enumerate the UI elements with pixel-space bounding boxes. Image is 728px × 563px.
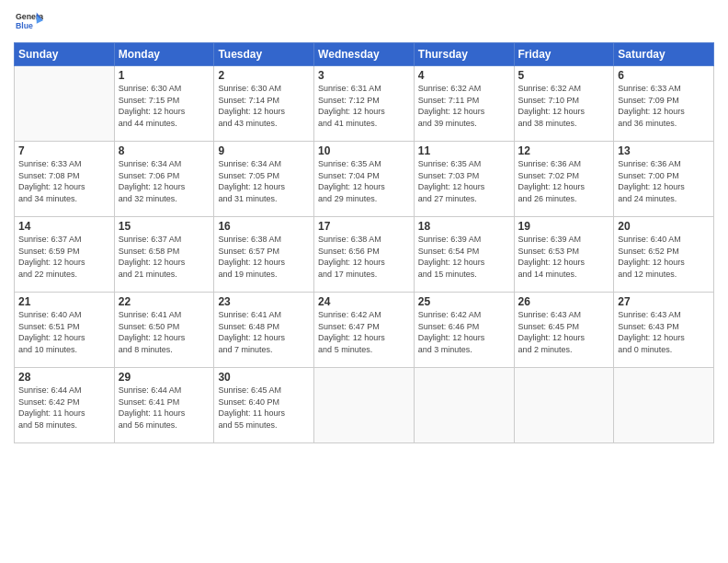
weekday-header-thursday: Thursday: [414, 43, 514, 66]
calendar-cell: 30Sunrise: 6:45 AM Sunset: 6:40 PM Dayli…: [214, 368, 314, 443]
day-number: 12: [518, 144, 610, 157]
day-info: Sunrise: 6:34 AM Sunset: 7:06 PM Dayligh…: [119, 158, 210, 204]
day-info: Sunrise: 6:37 AM Sunset: 6:59 PM Dayligh…: [18, 234, 110, 280]
calendar-cell: 13Sunrise: 6:36 AM Sunset: 7:00 PM Dayli…: [614, 142, 714, 217]
day-number: 25: [418, 295, 510, 308]
day-number: 20: [618, 220, 710, 233]
day-number: 4: [418, 69, 510, 82]
weekday-header-saturday: Saturday: [614, 43, 714, 66]
day-info: Sunrise: 6:36 AM Sunset: 7:02 PM Dayligh…: [518, 158, 610, 204]
calendar-row: 28Sunrise: 6:44 AM Sunset: 6:42 PM Dayli…: [15, 368, 714, 443]
calendar-cell: 10Sunrise: 6:35 AM Sunset: 7:04 PM Dayli…: [314, 142, 415, 217]
calendar-cell: [314, 368, 415, 443]
calendar-cell: 6Sunrise: 6:33 AM Sunset: 7:09 PM Daylig…: [614, 66, 714, 142]
day-number: 23: [218, 295, 310, 308]
day-number: 28: [18, 371, 110, 384]
day-info: Sunrise: 6:33 AM Sunset: 7:09 PM Dayligh…: [618, 83, 710, 129]
calendar-cell: 11Sunrise: 6:35 AM Sunset: 7:03 PM Dayli…: [414, 142, 514, 217]
day-number: 17: [318, 220, 410, 233]
calendar-row: 21Sunrise: 6:40 AM Sunset: 6:51 PM Dayli…: [15, 293, 714, 368]
calendar-row: 1Sunrise: 6:30 AM Sunset: 7:15 PM Daylig…: [15, 66, 714, 142]
calendar-row: 7Sunrise: 6:33 AM Sunset: 7:08 PM Daylig…: [15, 142, 714, 217]
day-info: Sunrise: 6:35 AM Sunset: 7:04 PM Dayligh…: [318, 158, 410, 204]
day-info: Sunrise: 6:33 AM Sunset: 7:08 PM Dayligh…: [18, 158, 110, 204]
calendar-cell: 21Sunrise: 6:40 AM Sunset: 6:51 PM Dayli…: [15, 293, 115, 368]
calendar-cell: 16Sunrise: 6:38 AM Sunset: 6:57 PM Dayli…: [214, 217, 314, 293]
day-number: 7: [18, 144, 110, 157]
day-number: 14: [18, 220, 110, 233]
day-number: 29: [119, 371, 210, 384]
calendar-cell: 3Sunrise: 6:31 AM Sunset: 7:12 PM Daylig…: [314, 66, 415, 142]
day-info: Sunrise: 6:44 AM Sunset: 6:41 PM Dayligh…: [119, 385, 210, 431]
day-number: 13: [618, 144, 710, 157]
calendar-cell: 25Sunrise: 6:42 AM Sunset: 6:46 PM Dayli…: [414, 293, 514, 368]
day-info: Sunrise: 6:40 AM Sunset: 6:52 PM Dayligh…: [618, 234, 710, 280]
day-number: 15: [119, 220, 210, 233]
calendar-cell: 29Sunrise: 6:44 AM Sunset: 6:41 PM Dayli…: [114, 368, 214, 443]
day-number: 16: [218, 220, 310, 233]
day-number: 9: [218, 144, 310, 157]
day-number: 11: [418, 144, 510, 157]
day-number: 27: [618, 295, 710, 308]
day-info: Sunrise: 6:43 AM Sunset: 6:43 PM Dayligh…: [618, 309, 710, 355]
calendar-cell: 2Sunrise: 6:30 AM Sunset: 7:14 PM Daylig…: [214, 66, 314, 142]
calendar-cell: 26Sunrise: 6:43 AM Sunset: 6:45 PM Dayli…: [514, 293, 614, 368]
day-info: Sunrise: 6:42 AM Sunset: 6:46 PM Dayligh…: [418, 309, 510, 355]
calendar-cell: 14Sunrise: 6:37 AM Sunset: 6:59 PM Dayli…: [15, 217, 115, 293]
day-number: 2: [218, 69, 310, 82]
day-number: 5: [518, 69, 610, 82]
day-info: Sunrise: 6:31 AM Sunset: 7:12 PM Dayligh…: [318, 83, 410, 129]
day-info: Sunrise: 6:38 AM Sunset: 6:56 PM Dayligh…: [318, 234, 410, 280]
day-number: 24: [318, 295, 410, 308]
weekday-header-sunday: Sunday: [15, 43, 115, 66]
calendar-cell: 27Sunrise: 6:43 AM Sunset: 6:43 PM Dayli…: [614, 293, 714, 368]
weekday-header-tuesday: Tuesday: [214, 43, 314, 66]
logo: General Blue: [14, 9, 43, 35]
calendar-cell: 4Sunrise: 6:32 AM Sunset: 7:11 PM Daylig…: [414, 66, 514, 142]
weekday-header-wednesday: Wednesday: [314, 43, 415, 66]
calendar-cell: 8Sunrise: 6:34 AM Sunset: 7:06 PM Daylig…: [114, 142, 214, 217]
day-info: Sunrise: 6:38 AM Sunset: 6:57 PM Dayligh…: [218, 234, 310, 280]
day-info: Sunrise: 6:40 AM Sunset: 6:51 PM Dayligh…: [18, 309, 110, 355]
calendar-cell: 5Sunrise: 6:32 AM Sunset: 7:10 PM Daylig…: [514, 66, 614, 142]
day-info: Sunrise: 6:32 AM Sunset: 7:10 PM Dayligh…: [518, 83, 610, 129]
day-info: Sunrise: 6:37 AM Sunset: 6:58 PM Dayligh…: [119, 234, 210, 280]
calendar-row: 14Sunrise: 6:37 AM Sunset: 6:59 PM Dayli…: [15, 217, 714, 293]
svg-text:Blue: Blue: [16, 21, 33, 30]
day-info: Sunrise: 6:41 AM Sunset: 6:50 PM Dayligh…: [119, 309, 210, 355]
calendar-cell: [15, 66, 115, 142]
calendar-cell: 19Sunrise: 6:39 AM Sunset: 6:53 PM Dayli…: [514, 217, 614, 293]
day-number: 8: [119, 144, 210, 157]
day-info: Sunrise: 6:34 AM Sunset: 7:05 PM Dayligh…: [218, 158, 310, 204]
day-info: Sunrise: 6:36 AM Sunset: 7:00 PM Dayligh…: [618, 158, 710, 204]
day-info: Sunrise: 6:35 AM Sunset: 7:03 PM Dayligh…: [418, 158, 510, 204]
day-number: 26: [518, 295, 610, 308]
day-info: Sunrise: 6:41 AM Sunset: 6:48 PM Dayligh…: [218, 309, 310, 355]
day-number: 18: [418, 220, 510, 233]
calendar-cell: 7Sunrise: 6:33 AM Sunset: 7:08 PM Daylig…: [15, 142, 115, 217]
day-number: 22: [119, 295, 210, 308]
day-number: 6: [618, 69, 710, 82]
calendar-cell: 28Sunrise: 6:44 AM Sunset: 6:42 PM Dayli…: [15, 368, 115, 443]
calendar: SundayMondayTuesdayWednesdayThursdayFrid…: [14, 42, 714, 443]
calendar-cell: 18Sunrise: 6:39 AM Sunset: 6:54 PM Dayli…: [414, 217, 514, 293]
day-number: 30: [218, 371, 310, 384]
day-info: Sunrise: 6:32 AM Sunset: 7:11 PM Dayligh…: [418, 83, 510, 129]
day-info: Sunrise: 6:45 AM Sunset: 6:40 PM Dayligh…: [218, 385, 310, 431]
weekday-header-friday: Friday: [514, 43, 614, 66]
day-info: Sunrise: 6:39 AM Sunset: 6:53 PM Dayligh…: [518, 234, 610, 280]
calendar-cell: [514, 368, 614, 443]
day-info: Sunrise: 6:30 AM Sunset: 7:14 PM Dayligh…: [218, 83, 310, 129]
logo-icon: General Blue: [14, 9, 43, 35]
day-info: Sunrise: 6:30 AM Sunset: 7:15 PM Dayligh…: [119, 83, 210, 129]
weekday-header-monday: Monday: [114, 43, 214, 66]
day-info: Sunrise: 6:39 AM Sunset: 6:54 PM Dayligh…: [418, 234, 510, 280]
calendar-cell: 1Sunrise: 6:30 AM Sunset: 7:15 PM Daylig…: [114, 66, 214, 142]
calendar-cell: 12Sunrise: 6:36 AM Sunset: 7:02 PM Dayli…: [514, 142, 614, 217]
day-number: 21: [18, 295, 110, 308]
calendar-cell: 20Sunrise: 6:40 AM Sunset: 6:52 PM Dayli…: [614, 217, 714, 293]
day-number: 1: [119, 69, 210, 82]
day-info: Sunrise: 6:43 AM Sunset: 6:45 PM Dayligh…: [518, 309, 610, 355]
calendar-cell: 24Sunrise: 6:42 AM Sunset: 6:47 PM Dayli…: [314, 293, 415, 368]
calendar-cell: 23Sunrise: 6:41 AM Sunset: 6:48 PM Dayli…: [214, 293, 314, 368]
